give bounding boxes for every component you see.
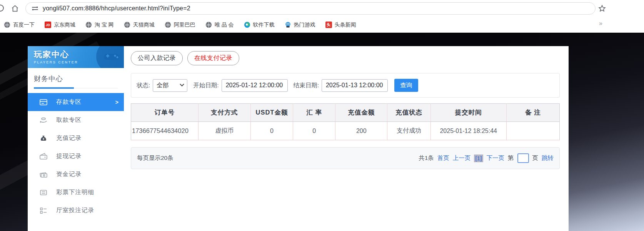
globe-icon [165, 22, 171, 28]
bookmark-toutiao[interactable]: 头 头条新闻 [325, 22, 356, 28]
bookmark-label: 唯 品 会 [215, 22, 234, 28]
jump-label-post: 页 [532, 154, 539, 162]
globe-icon [205, 22, 212, 28]
bookmark-jd[interactable]: JD 京东商城 [45, 22, 75, 28]
start-date-input[interactable] [222, 79, 288, 92]
globe-icon [124, 22, 130, 28]
chevron-down-icon [180, 82, 184, 86]
col-submit-time: 提交时间 [430, 104, 506, 122]
bookmark-label: 阿里巴巴 [174, 22, 195, 28]
status-label: 状态: [137, 81, 150, 90]
end-date-input[interactable] [322, 79, 388, 92]
page-number-input[interactable] [517, 153, 529, 163]
bookmark-label: 软件下载 [253, 22, 275, 28]
main-content: 公司入款记录 在线支付记录 状态: 全部 开始日期: 结束日期: 查询 订单号 [124, 46, 569, 231]
col-usdt-amount: USDT金额 [250, 104, 293, 122]
cell-usdt-amount: 0 [250, 122, 293, 140]
jump-link[interactable]: 跳转 [542, 154, 554, 162]
sidebar-item-label: 取款专区 [56, 116, 82, 124]
money-bag-icon: ¥ [39, 134, 48, 143]
bookmark-games[interactable]: 热门游戏 [285, 22, 315, 28]
bookmark-tmall[interactable]: 天猫商城 [124, 22, 155, 28]
sidebar: 玩家中心 PLAYERS CENTER 财务中心 存款专区 > 取款专区 ¥ 充… [28, 46, 124, 231]
sidebar-item-label: 充值记录 [56, 134, 82, 142]
bookmark-software[interactable]: 软件下载 [244, 22, 275, 28]
globe-icon [4, 22, 10, 28]
svg-text:¥: ¥ [43, 137, 44, 140]
col-recharge-amount: 充值金额 [335, 104, 387, 122]
cell-payment-method: 虚拟币 [198, 122, 250, 140]
bookmark-label: 天猫商城 [133, 22, 155, 28]
site-settings-icon[interactable] [31, 5, 39, 12]
sidebar-item-label: 存款专区 [56, 98, 82, 106]
sidebar-item-deposit-zone[interactable]: 存款专区 > [28, 93, 124, 111]
globe-icon [85, 22, 92, 28]
bookmark-alibaba[interactable]: 阿里巴巴 [165, 22, 195, 28]
total-count-text: 共1条 [419, 154, 434, 162]
deposit-card-icon [39, 98, 48, 106]
status-select[interactable]: 全部 [153, 79, 187, 92]
filter-bar: 状态: 全部 开始日期: 结束日期: 查询 [131, 73, 560, 98]
per-page-text: 每页显示20条 [137, 154, 174, 162]
address-bar[interactable]: yongli507.com:8886/hhcp/usercenter.html?… [25, 2, 596, 15]
list-squares-icon [39, 206, 48, 215]
col-order-no: 订单号 [131, 104, 199, 122]
cell-recharge-amount: 200 [335, 122, 387, 140]
bookmark-label: 京东商城 [54, 22, 75, 28]
col-payment-method: 支付方式 [198, 104, 250, 122]
sidebar-item-withdraw-zone[interactable]: 取款专区 [28, 111, 124, 129]
banknotes-icon [39, 170, 48, 179]
sidebar-item-fund-records[interactable]: 资金记录 [28, 165, 124, 183]
jump-label-pre: 第 [508, 154, 514, 162]
software-icon [244, 22, 250, 28]
end-date-label: 结束日期: [294, 81, 319, 90]
toutiao-icon: 头 [325, 22, 332, 28]
bookmark-label: 淘 宝 网 [95, 22, 114, 28]
reload-icon[interactable] [0, 5, 4, 12]
browser-toolbar: yongli507.com:8886/hhcp/usercenter.html?… [0, 0, 644, 17]
query-button[interactable]: 查询 [394, 79, 418, 92]
sidebar-item-withdraw-records[interactable]: 提现记录 [28, 147, 124, 165]
game-icon [285, 22, 291, 28]
bookmark-star-icon[interactable] [598, 4, 606, 13]
cell-exchange-rate: 0 [293, 122, 335, 140]
bookmark-taobao[interactable]: 淘 宝 网 [85, 22, 114, 28]
cell-order-no: 1736677544634020 [131, 122, 199, 140]
tab-online-payment-records[interactable]: 在线支付记录 [187, 51, 239, 65]
bookmarks-bar: 百度一下 JD 京东商城 淘 宝 网 天猫商城 阿里巴巴 唯 品 会 软件下载 … [0, 17, 644, 33]
pagination-bar: 每页显示20条 共1条 首页 上一页 [1] 下一页 第 页 跳转 [131, 147, 560, 169]
sidebar-item-label: 提现记录 [56, 152, 82, 160]
sidebar-header: 玩家中心 PLAYERS CENTER [28, 46, 124, 68]
document-list-icon [39, 188, 48, 197]
url-text[interactable]: yongli507.com:8886/hhcp/usercenter.html?… [43, 5, 190, 12]
sidebar-item-recharge-records[interactable]: ¥ 充值记录 [28, 129, 124, 147]
sidebar-item-label: 彩票下注明细 [56, 188, 94, 196]
wallet-icon [39, 152, 48, 161]
next-page-link[interactable]: 下一页 [487, 154, 505, 162]
sidebar-menu: 存款专区 > 取款专区 ¥ 充值记录 提现记录 资金记录 彩票下注明细 [28, 93, 124, 219]
cell-submit-time: 2025-01-12 18:25:44 [430, 122, 506, 140]
cell-remarks [506, 122, 559, 140]
section-title: 财务中心 [34, 74, 118, 83]
first-page-link[interactable]: 首页 [437, 154, 449, 162]
prev-page-link[interactable]: 上一页 [453, 154, 471, 162]
sidebar-item-room-bet-records[interactable]: 厅室投注记录 [28, 201, 124, 219]
record-tabs: 公司入款记录 在线支付记录 [131, 51, 560, 65]
bookmark-label: 热门游戏 [294, 22, 315, 28]
section-divider [34, 88, 118, 88]
sidebar-section: 财务中心 [28, 68, 124, 92]
bookmark-baidu[interactable]: 百度一下 [4, 22, 35, 28]
gamepad-icon [103, 51, 120, 62]
bookmark-vip[interactable]: 唯 品 会 [205, 22, 234, 28]
home-icon[interactable] [11, 4, 19, 13]
status-selected-value: 全部 [157, 81, 180, 90]
col-remarks: 备 注 [506, 104, 559, 122]
col-exchange-rate: 汇 率 [293, 104, 335, 122]
sidebar-item-label: 厅室投注记录 [56, 206, 94, 214]
tab-company-deposit-records[interactable]: 公司入款记录 [131, 51, 183, 65]
col-recharge-status: 充值状态 [387, 104, 431, 122]
bookmarks-overflow-icon[interactable]: » [599, 20, 602, 27]
table-header-row: 订单号 支付方式 USDT金额 汇 率 充值金额 充值状态 提交时间 备 注 [131, 104, 560, 122]
sidebar-item-lottery-bet-details[interactable]: 彩票下注明细 [28, 183, 124, 201]
pagination-controls: 共1条 首页 上一页 [1] 下一页 第 页 跳转 [419, 153, 554, 163]
